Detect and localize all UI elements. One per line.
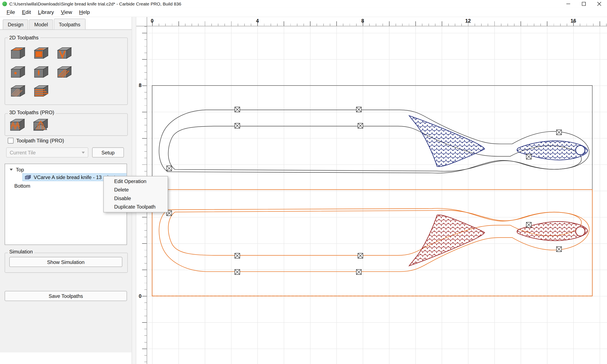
vcarve-toolpath-button[interactable] [56,46,73,60]
menu-help[interactable]: Help [76,8,93,16]
toolpath-tiling-label: Toolpath Tiling (PRO) [16,138,64,144]
ruler-label: 8 [361,18,364,24]
save-toolpaths-button[interactable]: Save Toolpaths [5,291,127,301]
drill-toolpath-button[interactable] [9,65,26,79]
ruler-label: 0 [151,18,153,24]
design-canvas[interactable] [147,26,607,364]
titlebar: C:\Users\willa\Downloads\Single bread kn… [0,0,607,8]
engrave-toolpath-button[interactable] [9,84,26,98]
drill-toolpath-icon [9,65,26,79]
window-controls [561,0,607,8]
tab-model[interactable]: Model [29,19,53,29]
context-delete[interactable]: Delete [104,186,168,194]
tree-group-bottom[interactable]: Bottom [14,182,30,190]
toolpath-tiling-row: Toolpath Tiling (PRO) [8,138,64,144]
pocket-toolpath-icon [32,46,50,60]
grid [147,26,607,364]
3d-finish-toolpath-button[interactable] [32,117,50,132]
current-tile-value: Current Tile [10,150,82,156]
maximize-button[interactable] [576,0,591,8]
advanced-vcarve-toolpath-button[interactable] [32,65,50,79]
context-disable[interactable]: Disable [104,194,168,203]
contour-toolpath-icon [9,46,26,60]
raster-toolpath-icon [32,84,50,98]
advanced-vcarve-toolpath-icon [32,65,50,79]
context-duplicate-toolpath[interactable]: Duplicate Toolpath [104,203,168,211]
current-tile-select[interactable]: Current Tile [6,147,88,157]
ruler-label: 0 [136,293,144,299]
menu-view[interactable]: View [57,8,76,16]
context-edit-operation[interactable]: Edit Operation [104,177,168,186]
3d-rough-toolpath-button[interactable] [8,117,26,132]
ruler-corner [136,17,147,26]
3d-finish-toolpath-icon [32,117,50,132]
close-button[interactable] [592,0,607,8]
show-simulation-button[interactable]: Show Simulation [9,257,122,267]
handle-hole [576,227,585,236]
3d-rough-toolpath-icon [8,117,26,132]
menu-library[interactable]: Library [35,8,58,16]
handle-hole [576,145,585,155]
chevron-down-icon [10,169,13,170]
vcarve-toolpath-icon [56,46,73,60]
ruler-label: 4 [256,18,259,24]
texture-toolpath-button[interactable] [56,65,73,79]
tree-group-bottom-label: Bottom [14,183,30,189]
ruler-label: 16 [570,18,576,24]
toolpath-tiling-checkbox[interactable] [8,138,14,144]
chevron-down-icon [82,151,85,153]
engrave-toolpath-icon [9,84,26,98]
tree-group-top-label: Top [16,167,24,172]
tab-toolpaths[interactable]: Toolpaths [54,19,85,29]
tab-design[interactable]: Design [3,19,28,29]
pocket-toolpath-button[interactable] [32,46,50,60]
toolpaths-3d-title: 3D Toolpaths (PRO) [8,110,56,116]
menubar: File Edit Library View Help [0,8,607,17]
menu-file[interactable]: File [3,8,19,16]
ruler-label: 12 [465,18,471,24]
toolpath-item-icon [25,174,31,180]
toolpath-context-menu: Edit Operation Delete Disable Duplicate … [103,176,168,213]
horizontal-ruler: 0 4 8 12 16 [147,17,607,26]
tree-group-top[interactable]: Top [10,166,24,173]
raster-toolpath-button[interactable] [32,84,50,98]
tabbar: Design Model Toolpaths [0,17,132,29]
menu-edit[interactable]: Edit [19,8,35,16]
texture-toolpath-icon [56,65,73,79]
window-title: C:\Users\willa\Downloads\Single bread kn… [9,1,181,6]
app-logo-icon [2,1,7,6]
contour-toolpath-button[interactable] [9,46,26,60]
ruler-label: 8 [136,82,144,88]
simulation-title: Simulation [8,249,34,255]
minimize-button[interactable] [561,0,576,8]
tile-setup-button[interactable]: Setup [92,147,124,157]
app-window: C:\Users\willa\Downloads\Single bread kn… [0,0,607,364]
toolpaths-2d-title: 2D Toolpaths [8,35,40,41]
